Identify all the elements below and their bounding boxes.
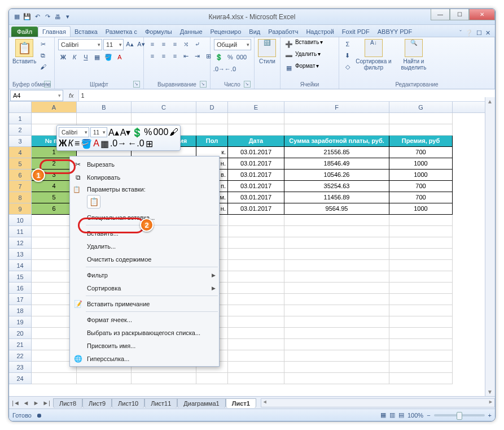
cell[interactable]: 700 <box>389 181 453 192</box>
row-header[interactable]: 9 <box>9 203 32 215</box>
cell[interactable] <box>228 339 284 350</box>
cell[interactable] <box>284 305 389 316</box>
tab-insert[interactable]: Вставка <box>71 27 102 37</box>
cell[interactable] <box>284 226 389 237</box>
fx-icon[interactable]: fx <box>64 92 78 99</box>
macro-record-icon[interactable]: ⏺ <box>36 412 42 419</box>
clear-icon[interactable]: ◇ <box>343 62 353 72</box>
increase-decimal-icon[interactable]: .0→ <box>214 64 224 74</box>
view-pagebreak-icon[interactable]: ▤ <box>398 411 404 419</box>
cell[interactable] <box>228 328 284 339</box>
cell[interactable] <box>196 373 228 384</box>
sheet-tab[interactable]: Лист1 <box>226 398 256 408</box>
tab-review[interactable]: Рецензиро <box>207 27 246 37</box>
row-header[interactable]: 17 <box>9 294 32 305</box>
horizontal-scrollbar[interactable] <box>261 398 495 407</box>
mini-font-combo[interactable]: Calibri <box>59 127 89 137</box>
cell[interactable] <box>284 316 389 328</box>
styles-button[interactable]: 🔠Стили <box>258 39 277 64</box>
align-center-icon[interactable]: ≡ <box>74 138 80 149</box>
cell[interactable] <box>389 260 453 271</box>
cell[interactable] <box>389 362 453 373</box>
cell[interactable]: 03.01.2017 <box>228 158 284 170</box>
sheet-tab[interactable]: Лист9 <box>82 398 112 408</box>
align-center-icon[interactable]: ≡ <box>159 51 169 61</box>
cell[interactable] <box>228 373 284 384</box>
cell[interactable] <box>389 350 453 362</box>
font-color-icon[interactable]: A <box>93 138 99 149</box>
sheet-nav-prev-icon[interactable]: ◄ <box>21 399 30 406</box>
cell[interactable]: 03.01.2017 <box>228 170 284 181</box>
cell[interactable]: 1000 <box>389 158 453 170</box>
number-format-combo[interactable]: Общий <box>214 39 251 50</box>
percent-icon[interactable]: % <box>225 52 235 62</box>
cell[interactable] <box>389 328 453 339</box>
zoom-slider[interactable] <box>434 414 485 416</box>
menu-copy[interactable]: ⧉Копировать <box>70 171 219 184</box>
menu-clear[interactable]: Очистить содержимое <box>70 253 219 266</box>
col-header[interactable]: E <box>228 102 284 112</box>
row-header[interactable]: 22 <box>9 350 32 362</box>
decrease-decimal-icon[interactable]: ←.0 <box>128 138 144 149</box>
view-layout-icon[interactable]: ▥ <box>389 411 395 419</box>
cut-icon[interactable]: ✂ <box>38 39 48 49</box>
view-normal-icon[interactable]: ▦ <box>380 411 386 419</box>
currency-icon[interactable]: 💲 <box>132 127 143 137</box>
tab-data[interactable]: Данные <box>176 27 207 37</box>
decrease-indent-icon[interactable]: ⇤ <box>181 51 191 61</box>
dialog-launcher-icon[interactable]: ↘ <box>44 81 51 88</box>
row-header[interactable]: 16 <box>9 283 32 294</box>
col-header[interactable]: B <box>77 102 132 112</box>
mini-size-combo[interactable]: 11 <box>90 127 107 137</box>
cell[interactable]: 18546.49 <box>284 158 389 170</box>
cell[interactable] <box>228 362 284 373</box>
cell[interactable]: 35254.63 <box>284 181 389 192</box>
cell[interactable] <box>389 373 453 384</box>
format-painter-icon[interactable]: 🖌 <box>169 127 178 137</box>
format-cells-button[interactable]: ▦Формат ▾ <box>284 63 319 73</box>
cell[interactable]: 1000 <box>389 203 453 215</box>
cell[interactable]: Пол <box>196 136 228 147</box>
decrease-decimal-icon[interactable]: ←.0 <box>225 64 235 74</box>
cell[interactable] <box>132 113 196 124</box>
shrink-font-icon[interactable]: A▾ <box>120 127 131 137</box>
cell[interactable] <box>389 226 453 237</box>
row-header[interactable]: 4 <box>9 147 32 158</box>
cell[interactable] <box>32 113 77 124</box>
sheet-tab[interactable]: Диаграмма1 <box>177 398 225 408</box>
col-header[interactable]: D <box>196 102 228 112</box>
percent-icon[interactable]: % <box>144 127 152 137</box>
cell[interactable] <box>284 373 389 384</box>
cell[interactable] <box>32 373 77 384</box>
cell[interactable] <box>284 215 389 226</box>
col-header[interactable]: A <box>32 102 77 112</box>
font-size-combo[interactable]: 11 <box>103 39 124 50</box>
cell[interactable] <box>389 249 453 260</box>
sheet-nav-last-icon[interactable]: ►| <box>42 399 51 406</box>
increase-decimal-icon[interactable]: .0→ <box>110 138 126 149</box>
zoom-in-icon[interactable]: + <box>488 412 492 419</box>
comma-icon[interactable]: 000 <box>236 52 247 62</box>
underline-icon[interactable]: Ч <box>81 52 91 62</box>
row-header[interactable]: 19 <box>9 316 32 328</box>
help-icon[interactable]: ❔ <box>465 29 473 37</box>
mdi-restore-icon[interactable]: ☐ <box>476 29 482 37</box>
zoom-out-icon[interactable]: − <box>427 412 430 419</box>
fill-color-icon[interactable]: 🪣 <box>81 138 92 149</box>
autosum-icon[interactable]: Σ <box>343 39 353 49</box>
cell[interactable] <box>284 271 389 283</box>
tab-developer[interactable]: Разработч <box>264 27 302 37</box>
maximize-button[interactable]: ☐ <box>450 9 469 20</box>
cell[interactable] <box>284 249 389 260</box>
tab-view[interactable]: Вид <box>245 27 264 37</box>
tab-foxit[interactable]: Foxit PDF <box>338 27 374 37</box>
mdi-close-icon[interactable]: ✕ <box>485 29 490 37</box>
zoom-level[interactable]: 100% <box>407 412 423 419</box>
align-bottom-icon[interactable]: ≡ <box>170 39 180 49</box>
dialog-launcher-icon[interactable]: ↘ <box>200 81 207 88</box>
cell[interactable]: 1000 <box>389 170 453 181</box>
sheet-tab[interactable]: Лист11 <box>144 398 177 408</box>
cell[interactable] <box>228 124 284 136</box>
menu-dropdown-list[interactable]: Выбрать из раскрывающегося списка... <box>70 326 219 339</box>
cell[interactable] <box>284 124 389 136</box>
